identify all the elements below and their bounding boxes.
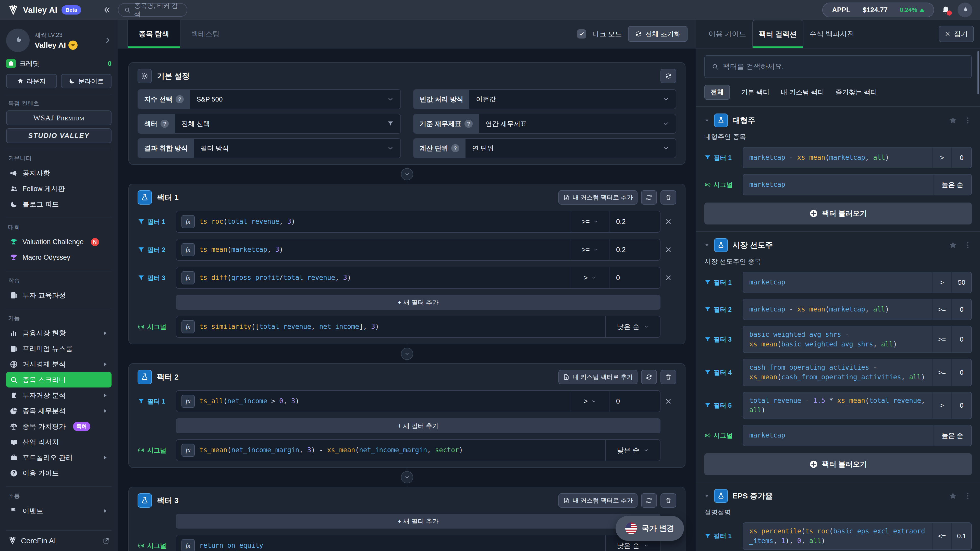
setting-value[interactable]: 전체 선택 [175,114,401,133]
load-factor-button[interactable]: 팩터 불러오기 [704,453,972,475]
factor-search-input[interactable]: 팩터를 검색하세요. [704,55,972,78]
remove-filter-button[interactable] [660,246,676,253]
formula-cell[interactable]: fxts_mean(net_income_margin, 3) - xs_mea… [177,440,605,461]
streak-button[interactable] [958,3,972,17]
add-new-filter-button[interactable]: + 새 필터 추가 [176,418,660,433]
remove-filter-button[interactable] [660,218,676,225]
connector-expand-button[interactable] [401,471,413,483]
add-to-custom-factor-button[interactable]: 내 커스텀 팩터로 추가 [558,190,638,205]
sidebar-item[interactable]: 투자 교육과정 [6,287,111,303]
favorite-star-button[interactable] [949,241,957,249]
filter-chip-0[interactable]: 전체 [704,85,730,100]
setting-field-지수 선택[interactable]: 지수 선택?S&P 500 [138,89,401,109]
filter-chip-3[interactable]: 즐겨찾는 팩터 [835,88,877,97]
sidebar-item[interactable]: 프리미엄 뉴스룸 [6,341,111,356]
kebab-menu-button[interactable] [964,492,972,500]
sidebar-footer-cerefin[interactable]: CereFin AI [6,530,111,551]
fx-function-button[interactable]: fx [181,215,195,228]
setting-value[interactable]: 연간 재무제표 [479,114,676,133]
operator-select[interactable]: > [571,391,609,412]
profile-button-lounge[interactable]: 라운지 [6,74,57,88]
fx-function-button[interactable]: fx [181,243,195,256]
tab-factor-collection[interactable]: 팩터 컬렉션 [752,20,803,48]
help-icon[interactable]: ? [161,120,169,128]
add-new-filter-button[interactable]: + 새 필터 추가 [176,295,660,310]
profile-button-moonlight[interactable]: 문라이트 [61,74,112,88]
remove-filter-button[interactable] [660,398,676,405]
setting-value[interactable]: 이전값 [469,90,676,109]
setting-value[interactable]: 연 단위 [466,139,676,158]
add-new-filter-button[interactable]: + 새 필터 추가 [176,514,660,529]
remove-filter-button[interactable] [660,275,676,281]
setting-field-계산 단위[interactable]: 계산 단위?연 단위 [413,138,676,158]
filter-chip-2[interactable]: 내 커스텀 팩터 [781,88,824,97]
sidebar-item[interactable]: 거시경제 분석 [6,356,111,372]
load-factor-button[interactable]: 팩터 불러오기 [704,203,972,224]
brand-button[interactable]: WSAJ Premium [6,110,111,125]
threshold-input[interactable]: 0 [609,267,660,288]
setting-field-결과 취합 방식[interactable]: 결과 취합 방식필터 방식 [138,138,401,158]
favorite-star-button[interactable] [949,492,957,500]
formula-cell[interactable]: fxts_similarity([total_revenue, net_inco… [177,316,605,337]
ticker-quote-button[interactable]: APPL $124.77 0.24% [822,3,934,17]
sidebar-item[interactable]: 금융시장 현황 [6,325,111,341]
sidebar-collapse-icon[interactable] [103,6,111,14]
formula-cell[interactable]: fxts_all(net_income > 0, 3) [177,391,571,412]
help-icon[interactable]: ? [176,95,184,103]
factor-refresh-button[interactable] [641,370,657,384]
favorite-star-button[interactable] [949,116,957,124]
operator-select[interactable]: >= [571,211,609,232]
reset-all-button[interactable]: 전체 초기화 [628,26,687,42]
sidebar-item[interactable]: 투자거장 분석 [6,387,111,403]
help-icon[interactable]: ? [451,144,460,152]
fx-function-button[interactable]: fx [181,444,195,457]
operator-select[interactable]: > [571,267,609,288]
factor-refresh-button[interactable] [641,190,657,205]
notifications-button[interactable] [941,5,950,14]
sidebar-item[interactable]: 종목 스크리너 [6,372,111,387]
kebab-menu-button[interactable] [964,116,972,124]
operator-select[interactable]: >= [571,239,609,260]
fx-function-button[interactable]: fx [181,320,195,333]
fx-function-button[interactable]: fx [181,395,195,408]
kebab-menu-button[interactable] [964,241,972,249]
tab-backtesting[interactable]: 백테스팅 [180,20,231,48]
setting-field-기준 재무제표[interactable]: 기준 재무제표?연간 재무제표 [413,114,676,134]
credit-row[interactable]: 크레딧 0 [6,59,111,68]
sidebar-item[interactable]: Valuation ChallengeN [6,234,111,250]
setting-field-빈값 처리 방식[interactable]: 빈값 처리 방식이전값 [413,89,676,109]
sidebar-item[interactable]: Macro Odyssey [6,250,111,265]
formula-cell[interactable]: fxts_roc(total_revenue, 3) [177,211,571,232]
tab-usage-guide[interactable]: 이용 가이드 [702,20,752,48]
settings-refresh-button[interactable] [660,69,676,83]
formula-cell[interactable]: fxts_diff(gross_profit/total_revenue, 3) [177,267,571,288]
sidebar-item[interactable]: 공지사항 [6,165,111,181]
change-country-button[interactable]: 국가 변경 [616,516,684,541]
collapse-panel-button[interactable]: 접기 [939,26,974,42]
setting-field-섹터[interactable]: 섹터?전체 선택 [138,114,401,134]
sidebar-item[interactable]: 블로그 피드 [6,197,111,212]
dark-mode-checkbox[interactable] [577,29,586,38]
setting-value[interactable]: S&P 500 [190,90,400,109]
sidebar-item[interactable]: 산업 리서치 [6,434,111,450]
factor-delete-button[interactable] [660,493,676,508]
sidebar-item[interactable]: 이벤트 [6,503,111,519]
factor-delete-button[interactable] [660,190,676,205]
fx-function-button[interactable]: fx [181,539,195,551]
chevron-right-icon[interactable] [104,37,111,44]
signal-order-select[interactable]: 낮은 순 [605,440,660,461]
signal-order-select[interactable]: 낮은 순 [605,316,660,337]
threshold-input[interactable]: 0 [609,391,660,412]
fx-function-button[interactable]: fx [181,271,195,284]
threshold-input[interactable]: 0.2 [609,211,660,232]
profile-card[interactable]: 새싹 LV.23 Valley AI [6,29,111,52]
add-to-custom-factor-button[interactable]: 내 커스텀 팩터로 추가 [558,370,638,384]
help-icon[interactable]: ? [465,120,473,128]
threshold-input[interactable]: 0.2 [609,239,660,260]
formula-cell[interactable]: fxreturn_on_equity [177,535,605,551]
tab-stock-explore[interactable]: 종목 탐색 [127,20,180,48]
connector-expand-button[interactable] [401,348,413,360]
setting-value[interactable]: 필터 방식 [194,139,400,158]
connector-expand-button[interactable] [401,168,413,180]
filter-chip-1[interactable]: 기본 팩터 [741,88,770,97]
